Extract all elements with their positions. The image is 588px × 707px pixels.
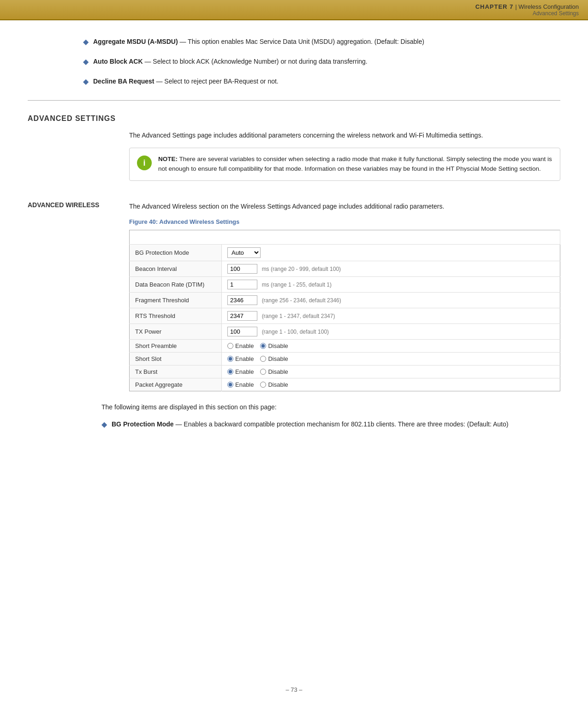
data-beacon-rate-input[interactable] bbox=[227, 280, 257, 289]
table-header-row: Advanced Wireless bbox=[130, 230, 560, 244]
bullet-item-aggregate: ◆ Aggregate MSDU (A-MSDU) — This option … bbox=[0, 37, 588, 47]
following-bullet-bold-1: BG Protection Mode bbox=[112, 420, 174, 428]
chapter-label: CHAPTER 7 bbox=[475, 3, 514, 10]
following-items-para: The following items are displayed in thi… bbox=[0, 402, 588, 412]
note-icon: i bbox=[137, 156, 152, 170]
table-row: RTS Threshold (range 1 - 2347, default 2… bbox=[130, 308, 560, 324]
table-cell-control: Enable Disable bbox=[222, 378, 560, 391]
advanced-settings-heading: Advanced Settings bbox=[0, 114, 588, 123]
advanced-wireless-label-col: Advanced Wireless bbox=[28, 201, 129, 209]
short-slot-enable-radio[interactable] bbox=[227, 356, 233, 362]
note-box: i Note: There are several variables to c… bbox=[129, 148, 560, 181]
tx-burst-disable-radio[interactable] bbox=[260, 369, 266, 375]
note-text: Note: There are several variables to con… bbox=[158, 155, 552, 174]
bullet-item-autoblockack: ◆ Auto Block ACK — Select to block ACK (… bbox=[0, 57, 588, 66]
table-cell-control: Enable Disable bbox=[222, 352, 560, 365]
table-cell-label: Short Slot bbox=[130, 352, 222, 365]
tx-burst-disable-label[interactable]: Disable bbox=[260, 368, 288, 375]
table-row: Data Beacon Rate (DTIM) ms (range 1 - 25… bbox=[130, 276, 560, 292]
table-row: Fragment Threshold (range 256 - 2346, de… bbox=[130, 292, 560, 308]
table-header-cell: Advanced Wireless bbox=[130, 230, 560, 244]
section-divider-top bbox=[28, 100, 560, 101]
table-cell-label: RTS Threshold bbox=[130, 308, 222, 324]
bullet-desc-3: — Select to reject peer BA-Request or no… bbox=[154, 78, 279, 85]
packet-aggregate-disable-radio[interactable] bbox=[260, 382, 266, 388]
bullet-text-2: Auto Block ACK — Select to block ACK (Ac… bbox=[93, 57, 368, 66]
short-preamble-disable-label[interactable]: Disable bbox=[260, 342, 288, 349]
adv-settings-body-col: The Advanced Settings page includes addi… bbox=[129, 130, 560, 190]
short-slot-radio-group: Enable Disable bbox=[227, 355, 554, 362]
table-row: Tx Burst Enable Disable bbox=[130, 365, 560, 378]
following-bullet-desc-1: — Enables a backward compatible protecti… bbox=[174, 420, 509, 428]
chapter-subtitle: Advanced Settings bbox=[0, 10, 579, 17]
advanced-wireless-body-col: The Advanced Wireless section on the Wir… bbox=[129, 201, 560, 391]
table-cell-label: Beacon Interval bbox=[130, 261, 222, 276]
fragment-threshold-input[interactable] bbox=[227, 295, 257, 305]
note-label: Note: bbox=[158, 156, 178, 162]
table-cell-control: ms (range 1 - 255, default 1) bbox=[222, 276, 560, 292]
following-bullet-diamond-1: ◆ bbox=[101, 420, 107, 429]
advanced-wireless-label: Advanced Wireless bbox=[28, 200, 99, 209]
tx-power-input[interactable] bbox=[227, 327, 257, 336]
table-cell-control: Enable Disable bbox=[222, 365, 560, 378]
advanced-wireless-table: Advanced Wireless BG Protection Mode Aut… bbox=[129, 230, 560, 391]
page-header: CHAPTER 7 | Wireless Configuration Advan… bbox=[0, 0, 588, 20]
table-cell-control: Auto Always None bbox=[222, 244, 560, 261]
table-cell-control: (range 1 - 100, default 100) bbox=[222, 324, 560, 339]
table-cell-label: Tx Burst bbox=[130, 365, 222, 378]
following-bullet-bg-protection: ◆ BG Protection Mode — Enables a backwar… bbox=[0, 419, 588, 429]
table-cell-control: Enable Disable bbox=[222, 339, 560, 352]
beacon-interval-input[interactable] bbox=[227, 264, 257, 274]
bullet-diamond-2: ◆ bbox=[83, 57, 89, 66]
page-number: – 73 – bbox=[285, 686, 302, 693]
advanced-wireless-intro: The Advanced Wireless section on the Wir… bbox=[129, 201, 560, 211]
table-row: TX Power (range 1 - 100, default 100) bbox=[130, 324, 560, 339]
table-row: Beacon Interval ms (range 20 - 999, defa… bbox=[130, 261, 560, 276]
advanced-settings-intro-row: The Advanced Settings page includes addi… bbox=[0, 130, 588, 190]
short-preamble-enable-radio[interactable] bbox=[227, 343, 233, 349]
table-row: Short Slot Enable Disable bbox=[130, 352, 560, 365]
rts-threshold-hint: (range 1 - 2347, default 2347) bbox=[262, 313, 335, 319]
table-cell-label: Fragment Threshold bbox=[130, 292, 222, 308]
note-body: There are several variables to consider … bbox=[158, 156, 552, 172]
packet-aggregate-enable-radio[interactable] bbox=[227, 382, 233, 388]
bullet-bold-1: Aggregate MSDU (A-MSDU) bbox=[93, 38, 178, 45]
short-preamble-radio-group: Enable Disable bbox=[227, 342, 554, 349]
fragment-threshold-hint: (range 256 - 2346, default 2346) bbox=[262, 297, 341, 304]
adv-settings-intro-text: The Advanced Settings page includes addi… bbox=[129, 130, 560, 140]
tx-burst-enable-label[interactable]: Enable bbox=[227, 368, 254, 375]
bullet-bold-3: Decline BA Request bbox=[93, 78, 154, 85]
table-row: Short Preamble Enable Disable bbox=[130, 339, 560, 352]
bullet-diamond-3: ◆ bbox=[83, 77, 89, 86]
data-beacon-rate-hint: ms (range 1 - 255, default 1) bbox=[262, 282, 332, 288]
bg-protection-select[interactable]: Auto Always None bbox=[227, 247, 261, 258]
chapter-title: Wireless Configuration bbox=[518, 3, 579, 10]
short-slot-enable-label[interactable]: Enable bbox=[227, 355, 254, 362]
bullet-text-1: Aggregate MSDU (A-MSDU) — This option en… bbox=[93, 37, 424, 47]
rts-threshold-input[interactable] bbox=[227, 311, 257, 321]
short-preamble-enable-label[interactable]: Enable bbox=[227, 342, 254, 349]
table-cell-label: Short Preamble bbox=[130, 339, 222, 352]
beacon-interval-hint: ms (range 20 - 999, default 100) bbox=[262, 266, 341, 272]
bullet-desc-1: — This option enables Mac Service Data U… bbox=[178, 38, 424, 45]
table-cell-label: Packet Aggregate bbox=[130, 378, 222, 391]
following-bullet-text-1: BG Protection Mode — Enables a backward … bbox=[112, 419, 508, 429]
table-cell-control: (range 1 - 2347, default 2347) bbox=[222, 308, 560, 324]
table-row: BG Protection Mode Auto Always None bbox=[130, 244, 560, 261]
table-cell-label: Data Beacon Rate (DTIM) bbox=[130, 276, 222, 292]
figure-caption: Figure 40: Advanced Wireless Settings bbox=[129, 218, 560, 225]
table-row: Packet Aggregate Enable Disable bbox=[130, 378, 560, 391]
packet-aggregate-radio-group: Enable Disable bbox=[227, 381, 554, 388]
short-slot-disable-radio[interactable] bbox=[260, 356, 266, 362]
bullet-diamond-1: ◆ bbox=[83, 37, 89, 46]
page-footer: – 73 – bbox=[0, 677, 588, 698]
packet-aggregate-enable-label[interactable]: Enable bbox=[227, 381, 254, 388]
packet-aggregate-disable-label[interactable]: Disable bbox=[260, 381, 288, 388]
short-slot-disable-label[interactable]: Disable bbox=[260, 355, 288, 362]
advanced-wireless-row: Advanced Wireless The Advanced Wireless … bbox=[0, 201, 588, 391]
bullet-text-3: Decline BA Request — Select to reject pe… bbox=[93, 77, 279, 86]
tx-burst-enable-radio[interactable] bbox=[227, 369, 233, 375]
table-cell-label: BG Protection Mode bbox=[130, 244, 222, 261]
short-preamble-disable-radio[interactable] bbox=[260, 343, 266, 349]
adv-settings-label-col bbox=[28, 130, 129, 190]
